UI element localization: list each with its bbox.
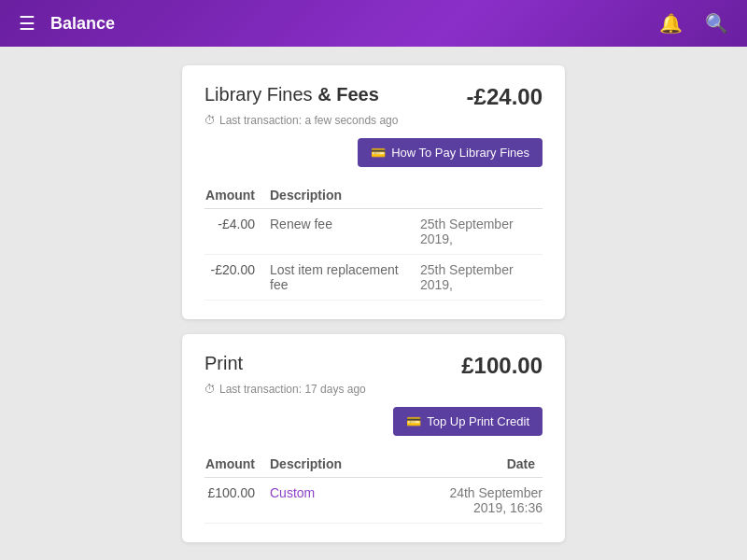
header-left: ☰ Balance xyxy=(15,8,115,38)
library-table-header-row: Amount Description xyxy=(204,182,543,209)
row2-amount: -£20.00 xyxy=(204,255,270,301)
library-amount-header: Amount xyxy=(204,182,270,209)
print-row1-date: 24th September 2019, 16:36 xyxy=(419,478,543,524)
top-up-label: Top Up Print Credit xyxy=(427,414,529,428)
table-row: -£4.00 Renew fee 25th September 2019, xyxy=(204,209,543,255)
row1-date: 25th September 2019, xyxy=(420,209,543,255)
menu-button[interactable]: ☰ xyxy=(15,8,39,38)
row1-description: Renew fee xyxy=(270,209,420,255)
print-card-amount: £100.00 xyxy=(461,353,543,379)
print-table-wrapper: Amount Description Date £100.00 Custom 2… xyxy=(204,451,543,524)
bell-icon: 🔔 xyxy=(659,13,683,34)
print-amount-header: Amount xyxy=(204,451,270,478)
print-last-transaction: Last transaction: 17 days ago xyxy=(219,383,366,396)
print-description-header: Description xyxy=(270,451,419,478)
print-row1-description: Custom xyxy=(270,478,419,524)
table-row: -£20.00 Lost item replacement fee 25th S… xyxy=(204,255,543,301)
search-icon: 🔍 xyxy=(705,13,728,34)
app-header: ☰ Balance 🔔 🔍 xyxy=(0,0,747,47)
credit-card-icon: 💳 xyxy=(371,146,386,160)
print-row1-amount: £100.00 xyxy=(204,478,270,524)
library-fines-card: Library Fines & Fees -£24.00 ⏱ Last tran… xyxy=(182,65,565,319)
bell-button[interactable]: 🔔 xyxy=(655,8,686,38)
how-to-pay-label: How To Pay Library Fines xyxy=(391,146,529,160)
library-card-action: 💳 How To Pay Library Fines xyxy=(204,138,543,167)
row2-description: Lost item replacement fee xyxy=(270,255,420,301)
print-table: Amount Description Date £100.00 Custom 2… xyxy=(204,451,543,524)
library-card-amount: -£24.00 xyxy=(467,84,543,110)
header-right: 🔔 🔍 xyxy=(655,8,732,38)
library-card-header: Library Fines & Fees -£24.00 xyxy=(204,84,543,110)
print-card-action: 💳 Top Up Print Credit xyxy=(204,407,543,436)
row2-date: 25th September 2019, xyxy=(420,255,543,301)
print-card-title: Print xyxy=(204,353,243,374)
library-card-title: Library Fines & Fees xyxy=(204,84,379,105)
library-description-header: Description xyxy=(270,182,420,209)
top-up-icon: 💳 xyxy=(406,414,421,428)
library-table-wrapper: Amount Description -£4.00 Renew fee 25th… xyxy=(204,182,543,301)
menu-icon: ☰ xyxy=(19,13,35,34)
library-last-transaction: Last transaction: a few seconds ago xyxy=(219,114,398,127)
table-row: £100.00 Custom 24th September 2019, 16:3… xyxy=(204,478,543,524)
print-card-header: Print £100.00 xyxy=(204,353,543,379)
clock-icon: ⏱ xyxy=(204,114,216,127)
library-card-meta: ⏱ Last transaction: a few seconds ago xyxy=(204,114,543,127)
main-content: Library Fines & Fees -£24.00 ⏱ Last tran… xyxy=(0,47,747,560)
print-clock-icon: ⏱ xyxy=(204,383,216,396)
top-up-print-credit-button[interactable]: 💳 Top Up Print Credit xyxy=(393,407,543,436)
search-button[interactable]: 🔍 xyxy=(701,8,732,38)
row1-amount: -£4.00 xyxy=(204,209,270,255)
print-card: Print £100.00 ⏱ Last transaction: 17 day… xyxy=(182,334,565,542)
print-table-header-row: Amount Description Date xyxy=(204,451,543,478)
how-to-pay-button[interactable]: 💳 How To Pay Library Fines xyxy=(358,138,543,167)
library-fines-table: Amount Description -£4.00 Renew fee 25th… xyxy=(204,182,543,301)
library-date-header xyxy=(420,182,543,209)
print-card-meta: ⏱ Last transaction: 17 days ago xyxy=(204,383,543,396)
print-date-header: Date xyxy=(419,451,543,478)
header-title: Balance xyxy=(50,14,115,34)
